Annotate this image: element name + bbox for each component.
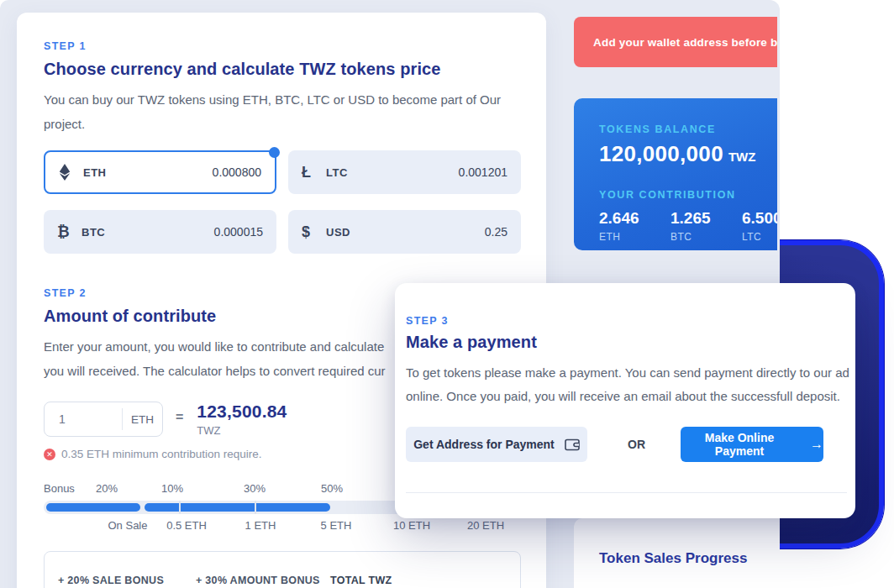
tokens-balance-label: TOKENS BALANCE xyxy=(599,123,777,135)
bonus-progress-fill xyxy=(46,503,140,512)
contribution-value: 2.646 xyxy=(599,209,639,228)
overlay-divider xyxy=(406,492,847,493)
bonus-percent: 20% xyxy=(96,482,118,495)
dollar-icon: $ xyxy=(302,223,323,241)
currency-tile-btc[interactable]: ₿ BTC 0.000015 xyxy=(44,210,276,254)
selected-indicator-dot xyxy=(269,147,280,158)
amount-input-box: ETH xyxy=(44,402,163,437)
bonus-tier: 0.5 ETH xyxy=(166,519,207,532)
contribution-eth: 2.646 ETH xyxy=(599,209,639,243)
currency-tile-ltc[interactable]: Ł LTC 0.001201 xyxy=(288,150,521,194)
contribution-btc: 1.265 BTC xyxy=(670,209,711,243)
bonus-tier: 20 ETH xyxy=(467,519,504,532)
result-value: 123,500.84 xyxy=(197,402,287,422)
tokens-balance-value: 120,000,000TWZ xyxy=(599,141,777,167)
make-online-payment-button[interactable]: Make Online Payment → xyxy=(681,427,823,462)
step1-title: Choose currency and calculate TWZ tokens… xyxy=(44,60,521,79)
currency-rate: 0.001201 xyxy=(459,165,507,179)
step3-description-line1: To get tokens please make a payment. You… xyxy=(406,361,855,385)
or-separator: OR xyxy=(628,438,645,451)
error-cross-icon: ✕ xyxy=(44,449,55,460)
bonus-tick xyxy=(255,501,256,514)
wallet-alert-banner: Add your wallet address before bu xyxy=(574,17,777,67)
bonus-tier: 5 ETH xyxy=(321,519,352,532)
arrow-right-icon: → xyxy=(810,437,823,452)
amount-unit: ETH xyxy=(123,413,162,426)
bonus-percent: 10% xyxy=(161,482,183,495)
currency-rate: 0.25 xyxy=(485,225,507,239)
currency-code: USD xyxy=(326,226,350,239)
balance-number: 120,000,000 xyxy=(599,141,723,166)
bitcoin-icon: ₿ xyxy=(57,223,79,241)
currency-code: LTC xyxy=(326,166,348,179)
sale-bonus-label: + 20% SALE BONUS xyxy=(58,575,164,586)
amount-input[interactable] xyxy=(45,412,122,426)
contribution-unit: LTC xyxy=(742,231,777,243)
get-address-label: Get Address for Payment xyxy=(413,438,555,451)
bonus-tier: On Sale xyxy=(108,519,148,532)
bonus-axis-label: Bonus xyxy=(44,482,75,495)
step3-label: STEP 3 xyxy=(406,315,855,327)
bonus-tier: 10 ETH xyxy=(393,519,430,532)
conversion-result: 123,500.84 TWZ xyxy=(197,402,287,437)
currency-tile-eth[interactable]: ETH 0.000800 xyxy=(44,150,276,194)
contribution-unit: BTC xyxy=(670,231,711,243)
bonus-tick xyxy=(179,501,181,514)
contribution-ltc: 6.500 LTC xyxy=(742,209,777,243)
ethereum-icon xyxy=(59,164,81,181)
bonus-total-box: + 20% SALE BONUS + 30% AMOUNT BONUS TOTA… xyxy=(44,551,521,588)
litecoin-icon: Ł xyxy=(302,164,323,181)
bonus-percent: 30% xyxy=(244,482,266,495)
balance-unit: TWZ xyxy=(728,150,755,164)
currency-code: BTC xyxy=(82,226,105,239)
bonus-tier: 1 ETH xyxy=(245,519,276,532)
token-sales-progress-card: Token Sales Progress xyxy=(574,518,780,588)
token-sales-progress-title: Token Sales Progress xyxy=(599,550,780,567)
payment-overlay-card: STEP 3 Make a payment To get tokens plea… xyxy=(395,283,855,518)
online-payment-label: Make Online Payment xyxy=(681,431,798,458)
step1-label: STEP 1 xyxy=(44,40,521,52)
contribution-unit: ETH xyxy=(599,231,639,243)
currency-code: ETH xyxy=(83,166,107,179)
step3-description-line2: online. Once you paid, you will receive … xyxy=(406,385,855,408)
contribution-value: 6.500 xyxy=(742,209,777,228)
step3-title: Make a payment xyxy=(406,333,855,352)
your-contribution-label: YOUR CONTRIBUTION xyxy=(599,189,777,201)
wallet-icon xyxy=(565,438,580,451)
currency-tile-usd[interactable]: $ USD 0.25 xyxy=(288,210,521,254)
step1-description: You can buy our TWZ tokens using ETH, BT… xyxy=(44,87,514,136)
bonus-progress-fill xyxy=(145,503,330,512)
contribution-row: 2.646 ETH 1.265 BTC 6.500 LTC xyxy=(599,209,777,249)
contribution-value: 1.265 xyxy=(670,209,711,228)
tokens-balance-card: TOKENS BALANCE 120,000,000TWZ YOUR CONTR… xyxy=(574,98,777,250)
alert-message: Add your wallet address before bu xyxy=(574,36,777,49)
result-unit: TWZ xyxy=(197,424,287,437)
bonus-tier-labels: On Sale 0.5 ETH 1 ETH 5 ETH 10 ETH 20 ET… xyxy=(44,519,521,534)
currency-rate: 0.000015 xyxy=(214,225,263,239)
currency-rate: 0.000800 xyxy=(213,165,261,179)
error-message: 0.35 ETH minimum contribution require. xyxy=(61,448,262,460)
total-twz-label: TOTAL TWZ xyxy=(330,575,392,586)
get-address-button[interactable]: Get Address for Payment xyxy=(406,427,587,462)
bonus-percent: 50% xyxy=(321,482,343,495)
currency-grid: ETH 0.000800 Ł LTC 0.001201 ₿ BTC 0.0000… xyxy=(44,150,521,254)
equals-sign: = xyxy=(176,410,183,425)
amount-bonus-label: + 30% AMOUNT BONUS xyxy=(196,575,320,586)
payment-actions-row: Get Address for Payment OR Make Online P… xyxy=(406,427,855,462)
